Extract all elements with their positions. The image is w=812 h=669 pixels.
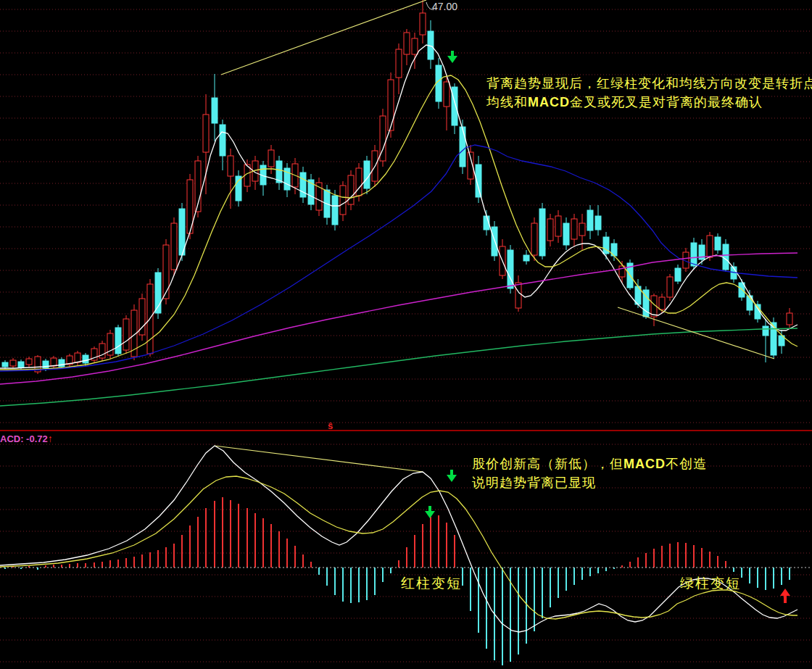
divergence-note-macd: 股价创新高（新低），但MACD不创造 说明趋势背离已显现 <box>472 454 707 492</box>
macd-note-line1: 股价创新高（新低），但MACD不创造 <box>472 454 707 473</box>
up-arrow-marker <box>780 589 790 603</box>
macd-up-arrow-icon: ↑ <box>48 433 53 444</box>
red-bars-shorter-label: 红柱变短 <box>401 574 462 593</box>
divergence-note-line1: 背离趋势显现后，红绿柱变化和均线方向改变是转折点 <box>486 74 812 93</box>
green-bars-shorter-label: 绿柱变短 <box>680 574 741 593</box>
peak-price-label: 47.00 <box>432 1 457 12</box>
down-arrow-marker <box>425 506 435 518</box>
ma-yellow-mid <box>0 75 798 370</box>
divergence-note-line2: 均线和MACD金叉或死叉是对背离的最终确认 <box>486 93 812 112</box>
signal-arrows <box>425 51 790 603</box>
panel-splitter-handle[interactable]: ŝ <box>328 420 333 431</box>
divergence-note-top: 背离趋势显现后，红绿柱变化和均线方向改变是转折点 均线和MACD金叉或死叉是对背… <box>486 74 812 112</box>
macd-note-line2: 说明趋势背离已显现 <box>472 473 707 492</box>
stock-chart-screen: 47.00 背离趋势显现后，红绿柱变化和均线方向改变是转折点 均线和MACD金叉… <box>0 0 812 669</box>
macd-value-text: ACD: -0.72 <box>0 433 48 444</box>
down-arrow-marker <box>447 470 457 482</box>
macd-value-readout: ACD: -0.72↑ <box>0 433 53 444</box>
trendline <box>215 446 423 472</box>
trendline <box>618 307 774 359</box>
candlestick-series <box>2 0 792 374</box>
